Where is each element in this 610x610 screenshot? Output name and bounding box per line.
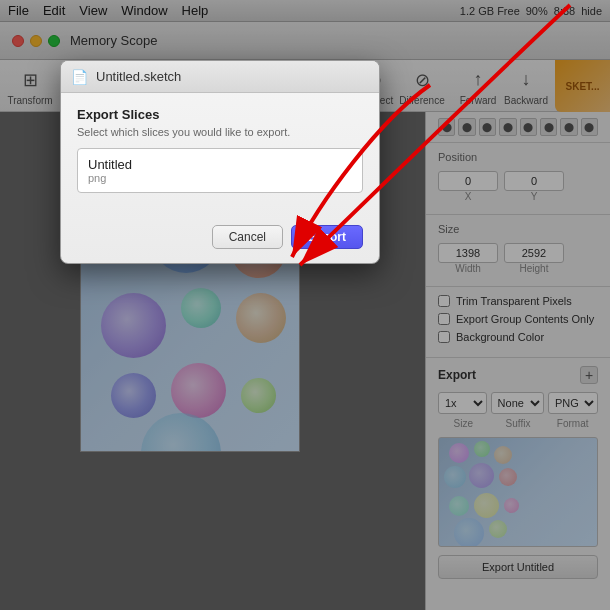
modal-section-sub: Select which slices you would like to ex… [77, 126, 363, 138]
file-icon: 📄 [71, 69, 88, 85]
slice-format: png [88, 172, 352, 184]
modal-body: Export Slices Select which slices you wo… [61, 93, 379, 217]
slice-item: Untitled png [77, 148, 363, 193]
modal-overlay: 📄 Untitled.sketch Export Slices Select w… [0, 0, 610, 610]
slice-name: Untitled [88, 157, 352, 172]
modal-titlebar: 📄 Untitled.sketch [61, 61, 379, 93]
export-button[interactable]: Export [291, 225, 363, 249]
modal-section-title: Export Slices [77, 107, 363, 122]
cancel-button[interactable]: Cancel [212, 225, 283, 249]
modal-footer: Cancel Export [61, 217, 379, 263]
modal-filename: Untitled.sketch [96, 69, 181, 84]
export-modal: 📄 Untitled.sketch Export Slices Select w… [60, 60, 380, 264]
